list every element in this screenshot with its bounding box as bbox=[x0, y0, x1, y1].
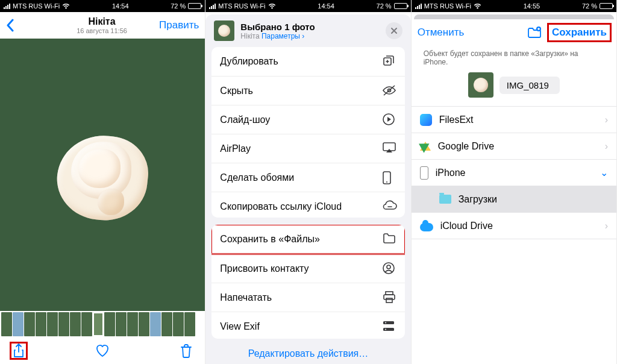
heart-icon bbox=[95, 344, 110, 358]
filename-field[interactable]: IMG_0819 bbox=[500, 77, 560, 94]
photo-nav: Нікіта 16 августа 11:56 Править bbox=[0, 12, 205, 39]
svg-point-5 bbox=[386, 181, 387, 183]
duplicate-icon bbox=[382, 54, 396, 69]
status-bar: MTS RUS Wi-Fi 14:55 72 % bbox=[412, 0, 616, 12]
svg-rect-10 bbox=[386, 298, 392, 303]
carrier-label: MTS RUS Wi-Fi bbox=[424, 2, 471, 10]
svg-rect-12 bbox=[383, 328, 394, 331]
action-hide[interactable]: Скрыть bbox=[211, 76, 404, 105]
location-downloads[interactable]: Загрузки bbox=[412, 186, 616, 213]
share-sheet-header: Выбрано 1 фото Нікіта Параметры › bbox=[205, 14, 410, 47]
share-button[interactable] bbox=[11, 343, 27, 359]
photo-title: Нікіта bbox=[45, 16, 159, 27]
photo-date: 16 августа 11:56 bbox=[45, 27, 159, 34]
photo-toolbar bbox=[0, 337, 205, 364]
thumbnail-selected[interactable] bbox=[93, 312, 104, 336]
print-icon bbox=[382, 290, 396, 305]
thumbnail-strip[interactable] bbox=[0, 311, 205, 337]
save-button[interactable]: Сохранить bbox=[548, 24, 610, 41]
action-duplicate[interactable]: Дублировать bbox=[211, 47, 404, 76]
delete-button[interactable] bbox=[178, 343, 194, 359]
battery-pct: 72 % bbox=[582, 2, 597, 10]
svg-point-14 bbox=[385, 328, 386, 330]
save-notice: Объект будет сохранен в папке «Загрузки»… bbox=[412, 46, 616, 72]
edit-button[interactable]: Править bbox=[159, 19, 199, 31]
chevron-right-icon: › bbox=[605, 221, 608, 231]
preview-thumbnail bbox=[468, 72, 493, 98]
svg-rect-11 bbox=[383, 321, 394, 324]
action-assign-contact[interactable]: Присвоить контакту bbox=[211, 254, 404, 283]
trash-icon bbox=[180, 344, 193, 358]
share-thumbnail bbox=[214, 20, 234, 41]
chevron-down-icon: ⌄ bbox=[600, 167, 608, 178]
wifi-icon bbox=[268, 3, 276, 9]
chevron-left-icon bbox=[6, 19, 14, 32]
action-wallpaper[interactable]: Сделать обоями bbox=[211, 163, 404, 192]
google-drive-icon bbox=[420, 142, 431, 151]
share-actions-group-1: Дублировать Скрыть Слайд-шоу AirPlay Сде… bbox=[211, 47, 404, 218]
action-print[interactable]: Напечатать bbox=[211, 283, 404, 312]
share-options-link[interactable]: Параметры › bbox=[262, 32, 304, 40]
photo-content bbox=[42, 118, 163, 232]
back-button[interactable] bbox=[6, 19, 45, 32]
share-icon bbox=[13, 344, 25, 358]
exif-icon bbox=[382, 319, 396, 334]
share-from: Нікіта bbox=[240, 32, 259, 40]
save-target-preview: IMG_0819 bbox=[412, 72, 616, 98]
action-view-exif[interactable]: View Exif bbox=[211, 312, 404, 339]
filesext-icon bbox=[420, 114, 432, 126]
contact-icon bbox=[382, 262, 396, 276]
favorite-button[interactable] bbox=[95, 343, 110, 359]
eye-off-icon bbox=[382, 84, 396, 98]
location-filesext[interactable]: FilesExt › bbox=[412, 107, 616, 133]
chevron-right-icon: › bbox=[605, 141, 608, 152]
carrier-label: MTS RUS Wi-Fi bbox=[218, 2, 265, 10]
folder-plus-icon bbox=[527, 26, 542, 39]
signal-icon bbox=[209, 4, 216, 9]
close-icon bbox=[390, 27, 398, 34]
clock: 14:55 bbox=[524, 2, 540, 10]
new-folder-button[interactable] bbox=[527, 26, 542, 39]
photo-viewer[interactable] bbox=[0, 39, 205, 311]
action-save-to-files[interactable]: Сохранить в «Файлы» bbox=[211, 225, 404, 254]
icloud-icon bbox=[420, 223, 433, 231]
action-airplay[interactable]: AirPlay bbox=[211, 134, 404, 163]
battery-icon bbox=[394, 3, 407, 9]
location-icloud-drive[interactable]: iCloud Drive › bbox=[412, 213, 616, 239]
status-bar: MTS RUS Wi-Fi 14:54 72 % bbox=[205, 0, 410, 12]
clock: 14:54 bbox=[318, 2, 334, 10]
chevron-right-icon: › bbox=[605, 115, 608, 125]
signal-icon bbox=[4, 4, 10, 9]
signal-icon bbox=[415, 4, 422, 9]
battery-icon bbox=[600, 3, 613, 9]
location-iphone[interactable]: iPhone ⌄ bbox=[412, 160, 616, 186]
wifi-icon bbox=[62, 3, 70, 9]
cancel-button[interactable]: Отменить bbox=[418, 27, 465, 39]
battery-icon bbox=[188, 3, 201, 9]
files-nav: Отменить Сохранить bbox=[412, 19, 616, 46]
edit-actions-link[interactable]: Редактировать действия… bbox=[205, 346, 410, 364]
svg-point-13 bbox=[385, 322, 386, 323]
action-slideshow[interactable]: Слайд-шоу bbox=[211, 105, 404, 134]
status-bar: MTS RUS Wi-Fi 14:54 72 % bbox=[0, 0, 205, 12]
downloads-folder-icon bbox=[439, 195, 451, 204]
clock: 14:54 bbox=[112, 2, 129, 10]
photos-detail-panel: MTS RUS Wi-Fi 14:54 72 % Нікіта 16 авгус… bbox=[0, 0, 205, 364]
location-google-drive[interactable]: Google Drive › bbox=[412, 133, 616, 160]
phone-icon bbox=[382, 171, 396, 185]
airplay-icon bbox=[382, 142, 396, 156]
cloud-link-icon bbox=[382, 199, 396, 214]
carrier-label: MTS RUS Wi-Fi bbox=[13, 2, 60, 10]
svg-point-7 bbox=[387, 265, 390, 269]
share-actions-group-2: Сохранить в «Файлы» Присвоить контакту Н… bbox=[211, 225, 404, 339]
share-title: Выбрано 1 фото bbox=[240, 22, 379, 32]
share-sheet-panel: MTS RUS Wi-Fi 14:54 72 % Выбрано 1 фото … bbox=[205, 0, 411, 364]
play-circle-icon bbox=[382, 113, 396, 127]
battery-pct: 72 % bbox=[377, 2, 392, 10]
iphone-icon bbox=[420, 166, 428, 180]
close-button[interactable] bbox=[386, 22, 402, 39]
action-icloud-link[interactable]: Скопировать ссылку iCloud bbox=[211, 192, 404, 218]
save-to-files-panel: MTS RUS Wi-Fi 14:55 72 % Отменить Сохран… bbox=[412, 0, 617, 364]
locations-list: FilesExt › Google Drive › iPhone ⌄ Загру… bbox=[412, 106, 616, 239]
folder-icon bbox=[382, 232, 396, 246]
